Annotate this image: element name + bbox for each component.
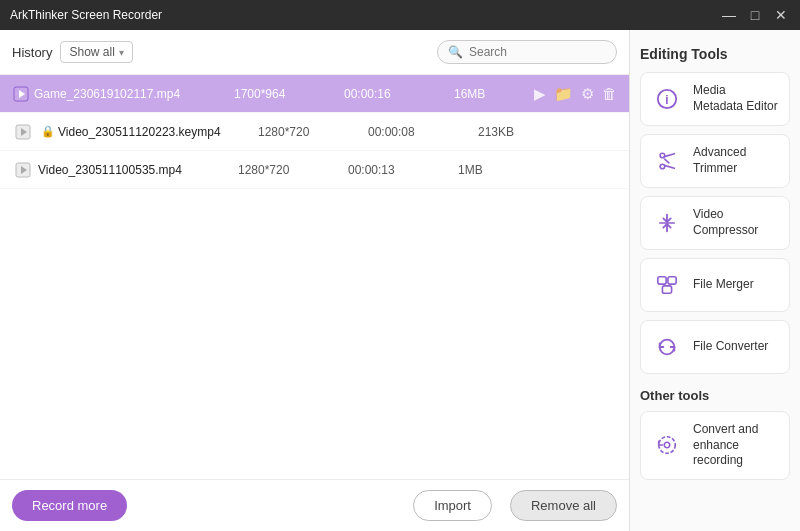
svg-rect-17 xyxy=(668,277,676,284)
search-box: 🔍 xyxy=(437,40,617,64)
svg-rect-16 xyxy=(658,277,666,284)
filter-value: Show all xyxy=(69,45,114,59)
search-icon: 🔍 xyxy=(448,45,463,59)
file-actions: ▶ 📁 ⚙ 🗑 xyxy=(534,85,617,103)
editing-tools-title: Editing Tools xyxy=(640,46,790,62)
file-size: 1MB xyxy=(458,163,538,177)
file-name: Game_230619102117.mp4 xyxy=(34,87,234,101)
table-row[interactable]: Video_230511100535.mp4 1280*720 00:00:13… xyxy=(0,151,629,189)
table-row[interactable]: Game_230619102117.mp4 1700*964 00:00:16 … xyxy=(0,75,629,113)
other-tools-title: Other tools xyxy=(640,388,790,403)
lock-icon: 🔒 xyxy=(41,125,55,138)
video-compressor-tool[interactable]: Video Compressor xyxy=(640,196,790,250)
record-more-button[interactable]: Record more xyxy=(12,490,127,521)
title-bar: ArkThinker Screen Recorder — □ ✕ xyxy=(0,0,800,30)
svg-line-11 xyxy=(664,165,674,168)
file-converter-tool[interactable]: File Converter xyxy=(640,320,790,374)
edit-button[interactable]: ⚙ xyxy=(581,85,594,103)
delete-button[interactable]: 🗑 xyxy=(602,85,617,102)
convert-enhance-label: Convert and enhance recording xyxy=(693,422,779,469)
advanced-trimmer-tool[interactable]: Advanced Trimmer xyxy=(640,134,790,188)
close-button[interactable]: ✕ xyxy=(772,7,790,23)
file-size: 16MB xyxy=(454,87,534,101)
convert-enhance-tool[interactable]: Convert and enhance recording xyxy=(640,411,790,480)
file-size: 213KB xyxy=(478,125,558,139)
play-button[interactable]: ▶ xyxy=(534,85,546,103)
import-button[interactable]: Import xyxy=(413,490,492,521)
media-metadata-icon: i xyxy=(651,83,683,115)
file-name: Video_230511120223.keymp4 xyxy=(58,125,258,139)
file-resolution: 1700*964 xyxy=(234,87,344,101)
table-row[interactable]: 🔒 Video_230511120223.keymp4 1280*720 00:… xyxy=(0,113,629,151)
video-compressor-label: Video Compressor xyxy=(693,207,779,238)
main-layout: History Show all ▾ 🔍 Game_2306191 xyxy=(0,30,800,531)
history-label: History xyxy=(12,45,52,60)
svg-text:i: i xyxy=(665,93,668,107)
video-compressor-icon xyxy=(651,207,683,239)
advanced-trimmer-icon xyxy=(651,145,683,177)
left-panel: History Show all ▾ 🔍 Game_2306191 xyxy=(0,30,630,531)
file-resolution: 1280*720 xyxy=(238,163,348,177)
file-duration: 00:00:13 xyxy=(348,163,458,177)
svg-rect-18 xyxy=(662,286,671,293)
file-type-icon xyxy=(12,162,34,178)
remove-all-button[interactable]: Remove all xyxy=(510,490,617,521)
toolbar: History Show all ▾ 🔍 xyxy=(0,30,629,75)
file-merger-tool[interactable]: File Merger xyxy=(640,258,790,312)
file-converter-icon xyxy=(651,331,683,363)
right-panel: Editing Tools i Media Metadata Editor xyxy=(630,30,800,531)
app-title: ArkThinker Screen Recorder xyxy=(10,8,162,22)
file-type-icon xyxy=(12,86,30,102)
file-converter-label: File Converter xyxy=(693,339,768,355)
window-controls: — □ ✕ xyxy=(720,7,790,23)
media-metadata-label: Media Metadata Editor xyxy=(693,83,779,114)
file-resolution: 1280*720 xyxy=(258,125,368,139)
file-type-icon xyxy=(12,124,34,140)
file-merger-icon xyxy=(651,269,683,301)
svg-line-10 xyxy=(664,154,674,157)
convert-enhance-icon xyxy=(651,429,683,461)
file-name: Video_230511100535.mp4 xyxy=(38,163,238,177)
file-duration: 00:00:08 xyxy=(368,125,478,139)
minimize-button[interactable]: — xyxy=(720,7,738,23)
bottom-bar: Record more Import Remove all xyxy=(0,479,629,531)
advanced-trimmer-label: Advanced Trimmer xyxy=(693,145,779,176)
folder-button[interactable]: 📁 xyxy=(554,85,573,103)
chevron-down-icon: ▾ xyxy=(119,47,124,58)
file-duration: 00:00:16 xyxy=(344,87,454,101)
media-metadata-tool[interactable]: i Media Metadata Editor xyxy=(640,72,790,126)
search-input[interactable] xyxy=(469,45,609,59)
svg-line-12 xyxy=(665,159,669,163)
maximize-button[interactable]: □ xyxy=(746,7,764,23)
file-list: Game_230619102117.mp4 1700*964 00:00:16 … xyxy=(0,75,629,479)
filter-dropdown[interactable]: Show all ▾ xyxy=(60,41,132,63)
file-merger-label: File Merger xyxy=(693,277,754,293)
